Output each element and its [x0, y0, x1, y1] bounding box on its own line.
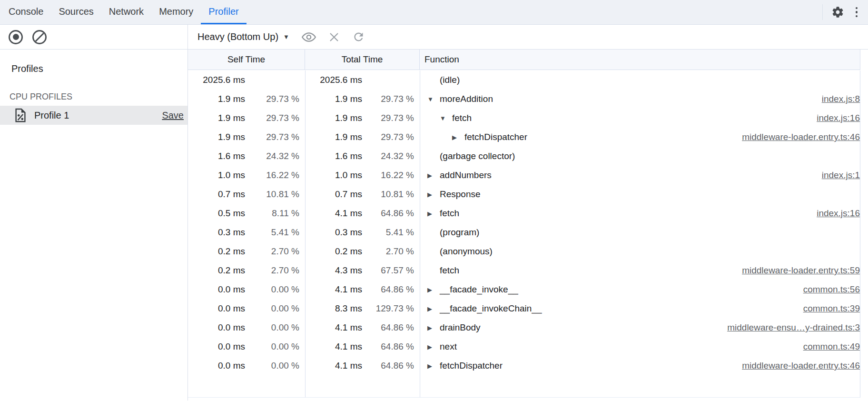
tree-expand-icon[interactable]: ▶: [427, 191, 440, 198]
tree-expand-icon[interactable]: ▶: [427, 305, 440, 312]
table-row[interactable]: 0.0 ms0.00 %8.3 ms129.73 %▶__facade_invo…: [188, 299, 860, 318]
table-row[interactable]: 0.2 ms2.70 %0.2 ms2.70 %(anonymous): [188, 242, 860, 261]
self-time-cell: 1.6 ms24.32 %: [188, 151, 305, 161]
function-name: (program): [440, 227, 479, 238]
table-row[interactable]: 1.6 ms24.32 %1.6 ms24.32 %(garbage colle…: [188, 147, 860, 166]
tree-expand-icon[interactable]: ▶: [427, 362, 440, 370]
tree-expand-icon[interactable]: ▶: [427, 343, 440, 351]
function-cell: ▶Response: [420, 189, 860, 200]
tree-expand-icon[interactable]: ▶: [452, 134, 464, 141]
table-row[interactable]: 0.0 ms0.00 %4.1 ms64.86 %▶nextcommon.ts:…: [188, 337, 860, 356]
source-location-link[interactable]: middleware-loader.entry.ts:59: [732, 265, 860, 276]
profile-name: Profile 1: [34, 110, 69, 121]
self-time-cell: 0.5 ms8.11 %: [188, 208, 305, 219]
source-location-link[interactable]: index.js:16: [807, 113, 860, 123]
profiler-content: Profiles CPU PROFILES Profile 1 Save Sel…: [0, 50, 868, 401]
clear-profiles-icon[interactable]: [32, 30, 47, 44]
self-time-percent: 2.70 %: [245, 265, 305, 276]
function-cell: fetchmiddleware-loader.entry.ts:59: [420, 265, 860, 276]
table-row[interactable]: 0.2 ms2.70 %4.3 ms67.57 %fetchmiddleware…: [188, 261, 860, 280]
total-time-percent: 64.86 %: [362, 208, 420, 219]
self-time-ms: 2025.6 ms: [188, 75, 245, 85]
total-time-ms: 4.1 ms: [305, 322, 362, 333]
table-row[interactable]: 0.3 ms5.41 %0.3 ms5.41 %(program): [188, 223, 860, 242]
grid-header: Self Time Total Time Function: [188, 50, 860, 70]
total-time-percent: 10.81 %: [362, 189, 420, 200]
total-time-percent: 64.86 %: [362, 284, 420, 295]
total-time-ms: 2025.6 ms: [305, 75, 362, 85]
self-time-ms: 0.2 ms: [188, 265, 245, 276]
self-time-ms: 1.9 ms: [188, 113, 245, 123]
table-row[interactable]: 0.0 ms0.00 %4.1 ms64.86 %▶drainBodymiddl…: [188, 318, 860, 337]
source-location-link[interactable]: common.ts:39: [794, 303, 860, 314]
total-time-ms: 1.6 ms: [305, 151, 362, 161]
self-time-cell: 2025.6 ms: [188, 75, 305, 85]
function-name: Response: [440, 189, 481, 200]
table-row[interactable]: 0.5 ms8.11 %4.1 ms64.86 %▶fetchindex.js:…: [188, 204, 860, 223]
sidebar-item-profile-1[interactable]: Profile 1 Save: [0, 106, 187, 125]
tabbar-right-controls: [822, 0, 868, 24]
table-row[interactable]: 0.7 ms10.81 %0.7 ms10.81 %▶Response: [188, 185, 860, 204]
focus-eye-icon[interactable]: [302, 32, 316, 42]
tree-expand-icon[interactable]: ▶: [427, 172, 440, 179]
tree-collapse-icon[interactable]: ▼: [440, 115, 452, 122]
record-profile-icon[interactable]: [9, 30, 23, 44]
column-header-total-time[interactable]: Total Time: [305, 50, 420, 70]
self-time-cell: 1.9 ms29.73 %: [188, 113, 305, 123]
tab-memory[interactable]: Memory: [151, 0, 201, 24]
source-location-link[interactable]: index.js:1: [812, 170, 860, 180]
tab-console[interactable]: Console: [1, 0, 51, 24]
source-location-link[interactable]: common.ts:56: [794, 284, 860, 295]
function-name: moreAddition: [440, 94, 493, 104]
column-header-self-time[interactable]: Self Time: [188, 50, 305, 70]
restore-reload-icon[interactable]: [352, 30, 365, 43]
source-location-link[interactable]: index.js:8: [812, 94, 860, 104]
total-time-percent: 64.86 %: [362, 322, 420, 333]
self-time-cell: 0.2 ms2.70 %: [188, 246, 305, 257]
self-time-ms: 0.7 ms: [188, 189, 245, 200]
save-profile-link[interactable]: Save: [162, 110, 184, 121]
view-mode-dropdown[interactable]: Heavy (Bottom Up) ▼: [197, 31, 289, 42]
source-location-link[interactable]: common.ts:49: [794, 341, 860, 352]
total-time-cell: 0.2 ms2.70 %: [305, 246, 420, 257]
function-cell: ▶nextcommon.ts:49: [420, 341, 860, 352]
exclude-close-icon[interactable]: [328, 31, 340, 43]
tab-network[interactable]: Network: [101, 0, 151, 24]
function-name: addNumbers: [440, 170, 492, 180]
table-row[interactable]: 0.0 ms0.00 %4.1 ms64.86 %▶__facade_invok…: [188, 280, 860, 299]
self-time-percent: 0.00 %: [245, 303, 305, 314]
tree-collapse-icon[interactable]: ▼: [427, 96, 440, 103]
more-options-menu-icon[interactable]: [853, 5, 861, 20]
total-time-ms: 0.7 ms: [305, 189, 362, 200]
table-row[interactable]: 0.0 ms0.00 %4.1 ms64.86 %▶fetchDispatche…: [188, 356, 860, 375]
tab-sources[interactable]: Sources: [51, 0, 101, 24]
function-cell: ▶fetchDispatchermiddleware-loader.entry.…: [420, 132, 860, 142]
self-time-percent: 0.00 %: [245, 341, 305, 352]
source-location-link[interactable]: middleware-loader.entry.ts:46: [732, 132, 860, 142]
self-time-percent: 16.22 %: [245, 170, 305, 180]
table-row[interactable]: 1.9 ms29.73 %1.9 ms29.73 %▼moreAdditioni…: [188, 90, 860, 109]
tree-expand-icon[interactable]: ▶: [427, 286, 440, 293]
tree-expand-icon[interactable]: ▶: [427, 210, 440, 217]
total-time-cell: 1.9 ms29.73 %: [305, 113, 420, 123]
source-location-link[interactable]: middleware-loader.entry.ts:46: [732, 361, 860, 371]
self-time-percent: [245, 75, 305, 85]
total-time-cell: 1.9 ms29.73 %: [305, 132, 420, 142]
total-time-percent: 64.86 %: [362, 341, 420, 352]
table-row[interactable]: 1.0 ms16.22 %1.0 ms16.22 %▶addNumbersind…: [188, 166, 860, 185]
table-row[interactable]: 2025.6 ms2025.6 ms(idle): [188, 70, 860, 90]
tree-expand-icon[interactable]: ▶: [427, 324, 440, 331]
function-cell: ▶fetchindex.js:16: [420, 208, 860, 219]
source-location-link[interactable]: middleware-ensu…y-drained.ts:3: [718, 322, 860, 333]
grid-body: 2025.6 ms2025.6 ms(idle)1.9 ms29.73 %1.9…: [188, 70, 860, 398]
function-cell: ▼moreAdditionindex.js:8: [420, 94, 860, 104]
source-location-link[interactable]: index.js:16: [807, 208, 860, 219]
column-header-function[interactable]: Function: [420, 50, 860, 70]
tab-profiler[interactable]: Profiler: [201, 0, 246, 24]
table-row[interactable]: 1.9 ms29.73 %1.9 ms29.73 %▼fetchindex.js…: [188, 109, 860, 128]
total-time-cell: 0.7 ms10.81 %: [305, 189, 420, 200]
total-time-cell: 8.3 ms129.73 %: [305, 303, 420, 314]
total-time-ms: 1.9 ms: [305, 132, 362, 142]
settings-gear-icon[interactable]: [831, 6, 844, 19]
table-row[interactable]: 1.9 ms29.73 %1.9 ms29.73 %▶fetchDispatch…: [188, 128, 860, 147]
